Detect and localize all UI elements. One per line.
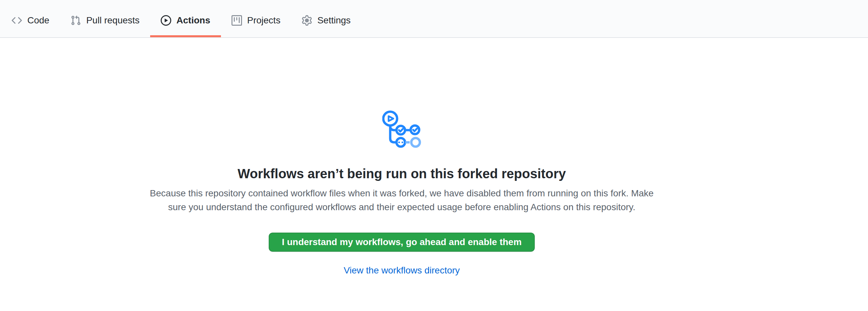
blankslate-heading: Workflows aren’t being run on this forke… [0,165,803,182]
blankslate-description-line-1: Because this repository contained workfl… [0,186,803,200]
blankslate-description-line-2: sure you understand the configured workf… [0,200,803,214]
tab-projects[interactable]: Projects [221,3,291,37]
actions-blankslate: Workflows aren’t being run on this forke… [0,38,803,276]
tab-actions-label: Actions [177,15,210,26]
tab-pull-requests[interactable]: Pull requests [60,3,150,37]
tab-code[interactable]: Code [1,3,60,37]
tab-pull-requests-label: Pull requests [86,15,140,26]
tab-settings-label: Settings [317,15,351,26]
tab-code-label: Code [27,15,50,26]
play-circle-icon [161,15,171,26]
git-pull-request-icon [70,15,81,26]
tab-actions[interactable]: Actions [150,3,221,37]
repo-tab-nav: Code Pull requests Actions Projects Sett… [0,0,868,38]
actions-workflow-icon [0,110,803,150]
blankslate-description: Because this repository contained workfl… [0,186,803,214]
code-icon [11,15,22,26]
project-board-icon [231,15,242,26]
enable-workflows-button[interactable]: I understand my workflows, go ahead and … [269,232,535,252]
tab-settings[interactable]: Settings [291,3,361,37]
selected-tab-underline [150,35,221,37]
tab-projects-label: Projects [247,15,281,26]
view-workflows-directory-link[interactable]: View the workflows directory [344,265,460,275]
gear-icon [302,15,312,26]
